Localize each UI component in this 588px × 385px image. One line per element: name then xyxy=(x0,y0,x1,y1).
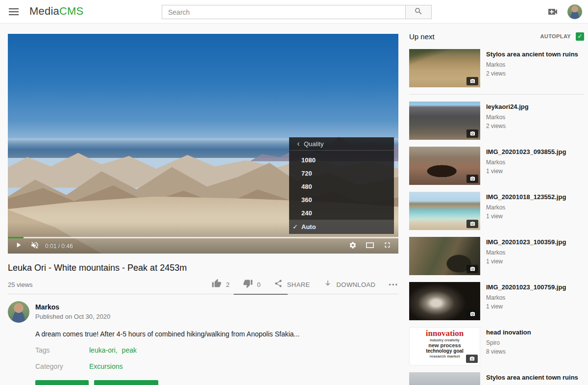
item-author: Markos xyxy=(486,249,566,256)
fullscreen-button[interactable] xyxy=(383,241,392,251)
item-views: 8 views xyxy=(486,348,531,355)
item-views: 2 views xyxy=(486,70,578,77)
tags-label: Tags xyxy=(35,346,89,354)
play-icon xyxy=(14,241,23,251)
download-button[interactable]: DOWNLOAD xyxy=(323,279,376,290)
video-thumbnail[interactable] xyxy=(409,49,480,87)
item-author: Markos xyxy=(486,204,566,211)
quality-option-240[interactable]: 240 xyxy=(289,206,394,220)
video-thumbnail[interactable] xyxy=(409,192,480,230)
media-actions: 2 0 SHARE DOWNLOAD ••• xyxy=(198,279,398,290)
up-next-item[interactable]: IMG_20201023_093855.jpg Markos 1 view xyxy=(409,147,584,185)
search-box xyxy=(162,5,432,19)
share-label: SHARE xyxy=(287,281,310,288)
author-avatar[interactable] xyxy=(8,301,29,323)
camera-badge-icon xyxy=(466,220,478,228)
camera-badge-icon xyxy=(466,355,478,363)
video-thumbnail[interactable] xyxy=(409,372,480,385)
thumbs-down-icon xyxy=(243,279,253,290)
search-input[interactable] xyxy=(162,5,405,19)
item-title[interactable]: head inovation xyxy=(486,328,531,336)
logo-media: Media xyxy=(29,5,59,17)
autoplay-control: AUTOPLAY ✓ xyxy=(540,32,585,41)
autoplay-checkbox[interactable]: ✓ xyxy=(576,32,584,41)
share-button[interactable]: SHARE xyxy=(274,279,310,290)
like-count: 2 xyxy=(226,281,229,288)
download-icon xyxy=(323,279,332,290)
item-author: Markos xyxy=(486,159,566,166)
quality-option-auto[interactable]: ✓ Auto xyxy=(289,220,394,234)
delete-media-button[interactable]: DELETE MEDIA xyxy=(94,380,158,385)
autoplay-label: AUTOPLAY xyxy=(540,33,571,39)
up-next-item[interactable]: IMG_20201023_100759.jpg Markos 1 view xyxy=(409,282,584,320)
quality-option-720[interactable]: 720 xyxy=(289,167,394,180)
tag-link-leuka-ori[interactable]: leuka-ori, xyxy=(89,346,118,354)
up-next-item[interactable]: Stylos area ancient town ruins xyxy=(409,372,584,385)
video-player[interactable]: ‹ Quality 1080 720 480 360 240 ✓ Auto 0:… xyxy=(8,34,398,254)
up-next-item[interactable]: IMG_20201018_123552.jpg Markos 1 view xyxy=(409,192,584,230)
download-label: DOWNLOAD xyxy=(337,281,376,288)
theater-mode-button[interactable] xyxy=(365,241,375,251)
settings-button[interactable] xyxy=(349,241,357,251)
edit-media-button[interactable]: EDIT MEDIA xyxy=(35,380,89,385)
item-title[interactable]: IMG_20201023_100759.jpg xyxy=(486,283,566,291)
item-views: 2 views xyxy=(486,123,529,129)
quality-option-360[interactable]: 360 xyxy=(289,193,394,206)
mute-button[interactable] xyxy=(30,241,39,252)
like-button[interactable]: 2 xyxy=(212,279,229,290)
tag-link-peak[interactable]: peak xyxy=(122,346,137,354)
video-thumbnail[interactable] xyxy=(409,102,480,140)
author-name[interactable]: Markos xyxy=(35,303,110,311)
item-title[interactable]: Stylos area ancient town ruins xyxy=(486,373,578,382)
search-button[interactable] xyxy=(405,5,432,19)
item-author: Markos xyxy=(486,294,566,301)
thumbs-up-icon xyxy=(212,279,221,290)
video-thumbnail[interactable] xyxy=(409,282,480,320)
video-thumbnail[interactable] xyxy=(409,237,480,275)
quality-menu-header[interactable]: ‹ Quality xyxy=(289,137,394,151)
quality-menu: ‹ Quality 1080 720 480 360 240 ✓ Auto xyxy=(289,137,394,234)
play-button[interactable] xyxy=(14,241,23,251)
up-next-item[interactable]: leykaori24.jpg Markos 2 views xyxy=(409,102,584,140)
upload-media-icon[interactable] xyxy=(546,6,559,18)
user-avatar[interactable] xyxy=(567,4,582,19)
camera-badge-icon xyxy=(466,129,478,138)
tags-row: Tags leuka-ori, peak xyxy=(35,346,398,354)
menu-icon[interactable] xyxy=(9,8,19,15)
item-title[interactable]: Stylos area ancient town ruins xyxy=(486,50,578,58)
dislike-button[interactable]: 0 xyxy=(243,279,261,290)
quality-options: 1080 720 480 360 240 ✓ Auto xyxy=(289,151,394,234)
time-display: 0:01 / 0:46 xyxy=(45,243,73,250)
item-author: Markos xyxy=(486,61,578,68)
item-title[interactable]: leykaori24.jpg xyxy=(486,103,529,111)
rating-underline xyxy=(234,294,288,295)
logo-cms: CMS xyxy=(59,5,84,17)
app-logo[interactable]: MediaCMS xyxy=(29,5,83,18)
item-title[interactable]: IMG_20201023_100359.jpg xyxy=(486,238,566,246)
quality-option-480[interactable]: 480 xyxy=(289,180,394,193)
author-section: Markos Published on Oct 30, 2020 xyxy=(8,301,398,323)
wordcloud-words: industry creativity xyxy=(412,338,478,342)
wordcloud-words: technology goal xyxy=(412,348,478,354)
up-next-item[interactable]: IMG_20201023_100359.jpg Markos 1 view xyxy=(409,237,584,275)
category-link[interactable]: Excursions xyxy=(89,362,122,370)
search-icon xyxy=(414,7,423,18)
up-next-title: Up next xyxy=(409,32,435,41)
up-next-divider xyxy=(409,94,584,95)
check-icon: ✓ xyxy=(289,223,301,231)
camera-badge-icon xyxy=(466,310,478,318)
media-info: Leuka Ori - White mountains - Peak at 24… xyxy=(8,254,398,385)
media-title: Leuka Ori - White mountains - Peak at 24… xyxy=(8,263,398,273)
item-views: 1 view xyxy=(486,168,566,175)
up-next-item[interactable]: Stylos area ancient town ruins Markos 2 … xyxy=(409,49,584,87)
video-thumbnail[interactable] xyxy=(409,147,480,185)
fullscreen-icon xyxy=(383,241,392,251)
more-actions-button[interactable]: ••• xyxy=(389,281,398,288)
up-next-item[interactable]: innovation industry creativity new proce… xyxy=(409,327,584,365)
video-thumbnail[interactable]: innovation industry creativity new proce… xyxy=(409,327,480,365)
quality-menu-title: Quality xyxy=(304,140,323,148)
item-title[interactable]: IMG_20201023_093855.jpg xyxy=(486,148,566,156)
item-title[interactable]: IMG_20201018_123552.jpg xyxy=(486,193,566,201)
quality-option-1080[interactable]: 1080 xyxy=(289,154,394,167)
back-chevron-icon: ‹ xyxy=(293,140,304,148)
